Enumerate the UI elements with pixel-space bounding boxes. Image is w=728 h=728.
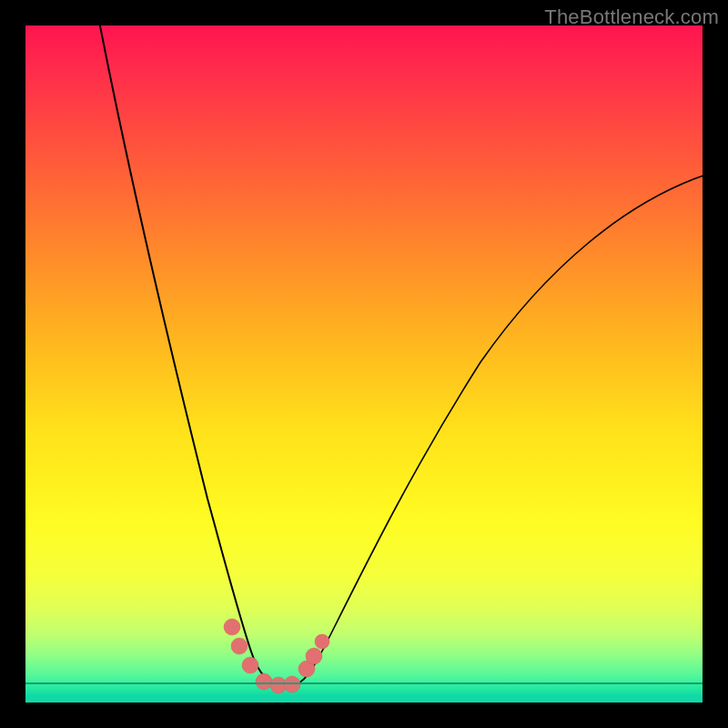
watermark-text: TheBottleneck.com [544,5,719,29]
marker-3 [242,657,258,673]
curve-right-branch [296,171,717,684]
marker-8 [306,648,322,664]
bottleneck-curve [25,25,703,703]
marker-9 [315,634,329,649]
marker-1 [224,619,240,635]
marker-6 [284,676,300,693]
marker-4 [256,673,272,690]
baseline [25,682,703,684]
curve-left-branch [96,7,273,682]
marker-2 [231,638,248,654]
